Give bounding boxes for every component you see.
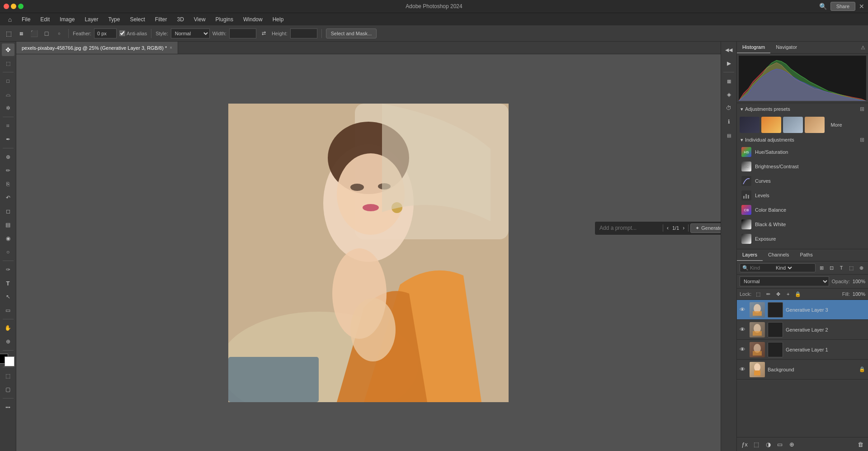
move-tool[interactable]: ✥ xyxy=(2,43,14,56)
menu-file[interactable]: File xyxy=(17,14,35,24)
shape-tool[interactable]: ▭ xyxy=(2,304,14,317)
adj-item-hue-saturation[interactable]: HS Hue/Saturation xyxy=(740,145,865,159)
layer-icon-3[interactable]: T xyxy=(837,264,845,272)
layer-new-button[interactable]: ⊕ xyxy=(787,439,797,449)
menu-3d[interactable]: 3D xyxy=(172,14,188,24)
layer-icon-1[interactable]: ⊞ xyxy=(817,264,826,272)
dodge-tool[interactable]: ○ xyxy=(2,246,14,258)
marquee-subtract-icon[interactable]: ⬛ xyxy=(29,28,39,38)
preset-thumb-4[interactable] xyxy=(805,117,825,133)
window-controls[interactable] xyxy=(4,4,24,9)
brush-tool[interactable]: ✏ xyxy=(2,164,14,177)
generate-prompt-input[interactable] xyxy=(598,224,661,232)
home-icon[interactable]: ⌂ xyxy=(4,13,16,26)
adjustments-strip-icon[interactable]: ◈ xyxy=(722,88,735,101)
healing-brush-tool[interactable]: ⊕ xyxy=(2,151,14,163)
layers-search[interactable]: 🔍 Kind xyxy=(740,263,816,272)
preset-thumb-2[interactable] xyxy=(761,117,781,133)
layer-delete-button[interactable]: 🗑 xyxy=(855,439,865,449)
clock-icon[interactable]: ⏱ xyxy=(722,102,735,114)
canvas-tab-close[interactable]: × xyxy=(170,45,172,50)
layer-fx-button[interactable]: ƒx xyxy=(740,439,750,449)
adj-item-exposure[interactable]: Exposure xyxy=(740,232,865,246)
layer-group-button[interactable]: ▭ xyxy=(775,439,785,449)
feather-input[interactable] xyxy=(94,28,117,38)
zoom-tool[interactable]: ⊕ xyxy=(2,335,14,348)
close-button[interactable] xyxy=(4,4,9,9)
pen-tool[interactable]: ✑ xyxy=(2,263,14,276)
path-selection-tool[interactable]: ↖ xyxy=(2,290,14,303)
menu-select[interactable]: Select xyxy=(125,14,149,24)
blur-tool[interactable]: ◉ xyxy=(2,232,14,245)
layer-icon-4[interactable]: ⬚ xyxy=(847,264,855,272)
marquee-square-icon[interactable]: □ xyxy=(42,28,52,38)
lock-all-btn[interactable]: 🔒 xyxy=(794,290,802,298)
adj-item-brightness-contrast[interactable]: BC Brightness/Contrast xyxy=(740,159,865,174)
info-icon[interactable]: ℹ xyxy=(722,115,735,128)
eyedropper-tool[interactable]: ✒ xyxy=(2,133,14,146)
more-presets-btn[interactable]: More xyxy=(826,117,846,133)
history-brush-tool[interactable]: ↶ xyxy=(2,191,14,204)
layer-vis-gen1[interactable]: 👁 xyxy=(740,346,747,353)
adjustments-header[interactable]: ▾ Adjustments presets ⊞ xyxy=(737,103,868,115)
blend-mode-select[interactable]: Normal Multiply Screen Overlay xyxy=(740,276,829,286)
more-tools-icon[interactable]: ••• xyxy=(2,401,14,413)
crop-tool[interactable]: ⌗ xyxy=(2,119,14,132)
grid-icon-2[interactable]: ⊞ xyxy=(860,137,864,143)
histogram-tab[interactable]: Histogram xyxy=(737,42,770,53)
layer-lock-bg[interactable]: 🔒 xyxy=(859,366,865,372)
individual-adjustments-header[interactable]: ▾ Individual adjustments ⊞ xyxy=(737,135,868,145)
canvas-viewport[interactable]: ‹ 1/1 › ✦ Generate 👍 👎 ⚑ ••• xyxy=(16,54,721,451)
menu-plugins[interactable]: Plugins xyxy=(211,14,238,24)
lock-transparent-btn[interactable]: ⬚ xyxy=(754,290,762,298)
artboard-tool[interactable]: ⬚ xyxy=(2,57,14,70)
layer-mask-button[interactable]: ⬚ xyxy=(751,439,761,449)
lock-image-btn[interactable]: ✏ xyxy=(764,290,772,298)
background-color[interactable] xyxy=(5,356,14,366)
close-icon[interactable]: ✕ xyxy=(859,3,864,10)
magic-wand-tool[interactable]: ✲ xyxy=(2,102,14,114)
collapse-icon[interactable]: ◀◀ xyxy=(722,43,735,56)
layer-item-background[interactable]: 👁 Background 🔒 xyxy=(737,360,868,380)
height-input[interactable] xyxy=(290,28,317,38)
lock-position-btn[interactable]: + xyxy=(784,290,792,298)
lasso-tool[interactable]: ⌓ xyxy=(2,88,14,101)
layer-vis-bg[interactable]: 👁 xyxy=(740,366,747,373)
layer-item-gen2[interactable]: 👁 Generative Layer 2 xyxy=(737,320,868,340)
preset-thumb-3[interactable] xyxy=(783,117,803,133)
preset-thumb-1[interactable] xyxy=(740,117,760,133)
marquee-tool[interactable]: □ xyxy=(2,75,14,87)
marquee-circle-icon[interactable]: ○ xyxy=(54,28,64,38)
anti-alias-container[interactable]: Anti-alias xyxy=(119,30,147,36)
gradient-tool[interactable]: ▤ xyxy=(2,218,14,231)
select-mask-button[interactable]: Select and Mask... xyxy=(326,28,377,38)
adj-item-black-white[interactable]: Black & White xyxy=(740,217,865,232)
layer-item-gen1[interactable]: 👁 Generative Layer 1 xyxy=(737,340,868,360)
menu-image[interactable]: Image xyxy=(55,14,79,24)
text-tool[interactable]: T xyxy=(2,277,14,290)
anti-alias-checkbox[interactable] xyxy=(119,30,125,36)
minimize-button[interactable] xyxy=(11,4,16,9)
play-icon[interactable]: ▶ xyxy=(722,57,735,70)
marquee-tool-icon[interactable]: ⬚ xyxy=(4,28,14,38)
layer-vis-gen2[interactable]: 👁 xyxy=(740,326,747,333)
menu-view[interactable]: View xyxy=(189,14,210,24)
adj-item-levels[interactable]: Levels xyxy=(740,188,865,203)
menu-help[interactable]: Help xyxy=(268,14,288,24)
share-button[interactable]: Share xyxy=(830,2,855,11)
menu-edit[interactable]: Edit xyxy=(36,14,54,24)
adj-item-color-balance[interactable]: CB Color Balance xyxy=(740,203,865,217)
style-select[interactable]: Normal Fixed Ratio Fixed Size xyxy=(171,28,210,38)
layers-tab[interactable]: Layers xyxy=(737,249,763,261)
photo-canvas[interactable] xyxy=(228,104,509,402)
color-swatches[interactable] xyxy=(0,353,18,365)
layer-vis-gen3[interactable]: 👁 xyxy=(740,306,747,313)
opacity-value[interactable]: 100% xyxy=(853,279,865,284)
layers-kind-select[interactable]: Kind xyxy=(774,265,793,271)
adj-item-curves[interactable]: Curves xyxy=(740,174,865,188)
eraser-tool[interactable]: ◻ xyxy=(2,205,14,218)
fill-value[interactable]: 100% xyxy=(853,291,865,297)
histogram-warning-icon[interactable]: ⚠ xyxy=(861,45,865,51)
layers-filter-input[interactable] xyxy=(750,265,773,271)
paths-tab[interactable]: Paths xyxy=(795,249,818,261)
